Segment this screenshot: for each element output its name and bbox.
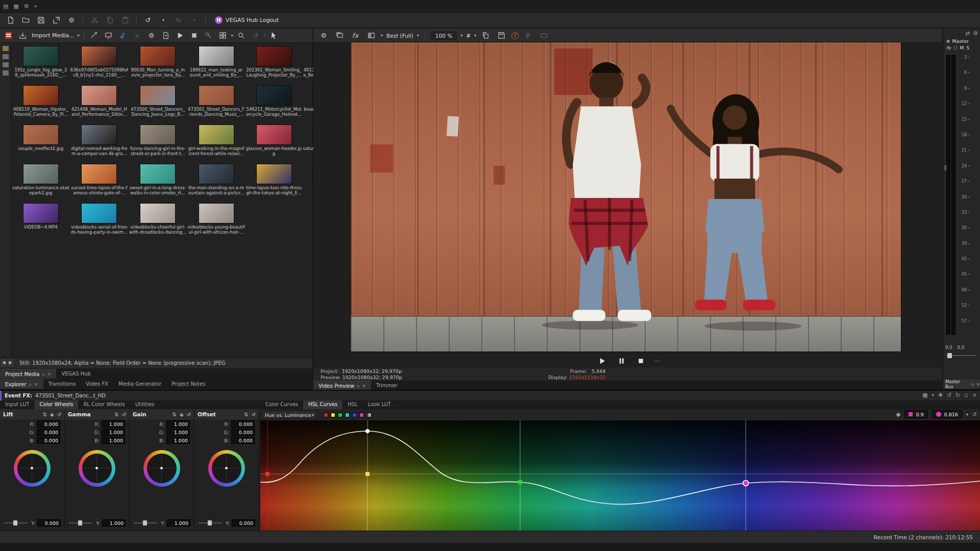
point-hue-value[interactable]: 0.9 — [904, 410, 927, 418]
selection-cursor-icon[interactable] — [268, 30, 280, 41]
undo-button[interactable]: ↺ — [142, 15, 154, 26]
project-properties-button[interactable] — [50, 15, 62, 26]
preview-settings-gear-icon[interactable]: ⚙ — [317, 30, 330, 41]
scroll-right-arrow[interactable]: ▶ — [8, 359, 13, 366]
tab-vegas-hub[interactable]: VEGAS Hub — [56, 369, 95, 379]
float-window-icon[interactable]: ▫ — [964, 392, 968, 398]
close-icon[interactable]: × — [34, 382, 38, 387]
vegas-capture-icon[interactable]: V — [511, 32, 519, 39]
tab-project-media[interactable]: Project Media ▫ × — [0, 369, 56, 379]
gear-icon[interactable]: ⚙ — [65, 15, 78, 26]
sliders-icon[interactable]: ⇅ — [114, 412, 118, 417]
tab-media-generator[interactable]: Media Generator — [113, 379, 166, 389]
close-icon[interactable]: × — [972, 392, 977, 398]
target-icon[interactable]: ◈ — [896, 411, 900, 418]
gray-swatch-icon[interactable] — [367, 413, 372, 417]
overlay-dropdown[interactable]: ▾ — [474, 33, 476, 38]
plugin-chain-icon[interactable]: ✚ — [938, 392, 943, 398]
media-item[interactable]: time-lapse-taxi-ride-throu gh-the-tokyo-… — [246, 163, 302, 201]
curve-point-selected-top[interactable] — [365, 429, 370, 433]
vegas-hub-logout-button[interactable]: H VEGAS Hub Logout — [211, 15, 283, 25]
wheel-center-point[interactable] — [225, 467, 228, 469]
gain-r-value[interactable]: 1.000 — [166, 420, 190, 428]
media-item[interactable]: digital-nomad-working-fro m-a-camper-van… — [70, 123, 129, 161]
media-item[interactable]: 421408_Woman_Model_H and_Performance_Sit… — [70, 84, 129, 122]
layout-grid-icon[interactable]: ▦ — [922, 392, 927, 398]
tab-color-curves[interactable]: Color Curves — [260, 400, 303, 409]
lift-g-value[interactable]: 0.000 — [37, 429, 60, 436]
search-icon[interactable] — [235, 30, 248, 41]
video-frame[interactable] — [350, 42, 901, 352]
tab-look-lut[interactable]: Look LUT — [363, 400, 396, 409]
media-item[interactable]: glasses_woman-header.jp g — [246, 123, 302, 161]
lift-luminance-slider[interactable] — [4, 520, 28, 525]
curve-mode-select[interactable]: Hue vs. Luminance▾ — [262, 411, 316, 419]
curve-point-magenta[interactable] — [743, 481, 749, 486]
window-icon[interactable]: ▫ — [42, 372, 44, 377]
sliders-icon[interactable]: ⇅ — [43, 412, 47, 417]
gain-g-value[interactable]: 1.000 — [166, 429, 190, 436]
close-icon[interactable]: × — [362, 383, 366, 388]
more-transport-icon[interactable]: ··· — [654, 358, 660, 364]
cut-button[interactable] — [88, 15, 101, 26]
gamma-r-value[interactable]: 1.000 — [102, 420, 125, 428]
preview-quality-select[interactable]: Best (Full) — [386, 33, 413, 39]
play-button[interactable] — [596, 355, 608, 366]
redo-icon[interactable]: ↻ — [955, 392, 960, 398]
gamma-g-value[interactable]: 1.000 — [102, 429, 125, 436]
point-options-dropdown[interactable]: ▾ — [966, 412, 968, 417]
media-item[interactable]: 546211_Motorcyclist_Mot orcycle_Garage_H… — [246, 84, 302, 122]
tab-hsl[interactable]: HSL — [342, 400, 362, 409]
master-meter[interactable]: 369121518212427303336394245485257 — [946, 55, 970, 341]
wheel-center-point[interactable] — [31, 467, 33, 469]
tab-trimmer[interactable]: Trimmer — [371, 381, 402, 390]
media-properties-icon[interactable]: ⚙ — [145, 30, 158, 41]
tab-video-fx[interactable]: Video FX — [81, 379, 113, 389]
offset-g-value[interactable]: 0.000 — [231, 429, 255, 436]
media-item[interactable]: videoblocks-cheerful-girl- with-dreadloc… — [129, 202, 186, 240]
split-screen-dropdown[interactable]: ▾ — [381, 33, 383, 38]
hue-swatch[interactable] — [352, 413, 357, 417]
close-icon[interactable]: × — [976, 382, 980, 387]
copy-snapshot-icon[interactable] — [480, 30, 492, 41]
sliders-icon[interactable]: ⇅ — [244, 412, 248, 417]
reset-icon[interactable]: ↺ — [252, 412, 256, 417]
offset-r-value[interactable]: 0.000 — [231, 420, 255, 428]
media-item[interactable]: videoblocks-aerial-of-frien ds-having-pa… — [70, 202, 129, 240]
pin-icon[interactable]: ⌖ — [34, 3, 37, 10]
gamma-color-wheel[interactable] — [79, 450, 115, 487]
save-snapshot-icon[interactable] — [496, 30, 508, 41]
tab-project-notes[interactable]: Project Notes — [166, 379, 210, 389]
gain-luminance-slider[interactable] — [134, 520, 157, 525]
extract-audio-icon[interactable] — [117, 30, 129, 41]
split-screen-icon[interactable] — [365, 30, 377, 41]
copy-button[interactable] — [104, 15, 116, 26]
hue-swatch[interactable] — [331, 413, 335, 417]
video-output-fx-icon[interactable]: fx — [349, 30, 361, 41]
curve-point-red[interactable] — [265, 472, 270, 476]
import-media-button[interactable]: Import Media... — [32, 32, 75, 39]
zoom-level-value[interactable]: 100 % — [431, 32, 457, 40]
media-fx-key-icon[interactable] — [203, 30, 215, 41]
media-item[interactable]: 473500_Street_Dancers_ Dancing_Jeans_Leg… — [129, 84, 186, 122]
import-dropdown[interactable]: ▾ — [78, 33, 80, 38]
gear-icon[interactable]: ⚙ — [973, 30, 978, 37]
gamma-luminance-slider[interactable] — [69, 520, 92, 525]
point-luminance-value[interactable]: 0.816 — [932, 410, 962, 418]
external-monitor-icon[interactable] — [333, 30, 346, 41]
media-item[interactable]: the-man-standing-on-a-m ountain-against-… — [187, 163, 245, 201]
bin-icon[interactable] — [3, 54, 9, 59]
fader-handle[interactable] — [947, 353, 952, 358]
media-item[interactable]: funny-dancing-girl-in-the- street-or-par… — [129, 123, 186, 161]
tab-explorer[interactable]: Explorer ▫ × — [0, 379, 43, 389]
close-icon[interactable]: × — [47, 371, 52, 377]
new-project-button[interactable] — [4, 15, 16, 26]
scroll-left-arrow[interactable]: ◀ — [1, 359, 7, 366]
paste-button[interactable] — [119, 15, 131, 26]
get-from-device-icon[interactable] — [103, 30, 115, 41]
media-item[interactable]: sunset-time-lapse-of-the-f amous-shinto-… — [70, 163, 129, 201]
hue-swatch[interactable] — [345, 413, 350, 417]
hue-swatch[interactable] — [324, 413, 328, 417]
tab-utilities[interactable]: Utilities — [130, 400, 160, 409]
media-item[interactable]: girl-walking-in-the-magnif icent-forest-… — [187, 123, 245, 161]
